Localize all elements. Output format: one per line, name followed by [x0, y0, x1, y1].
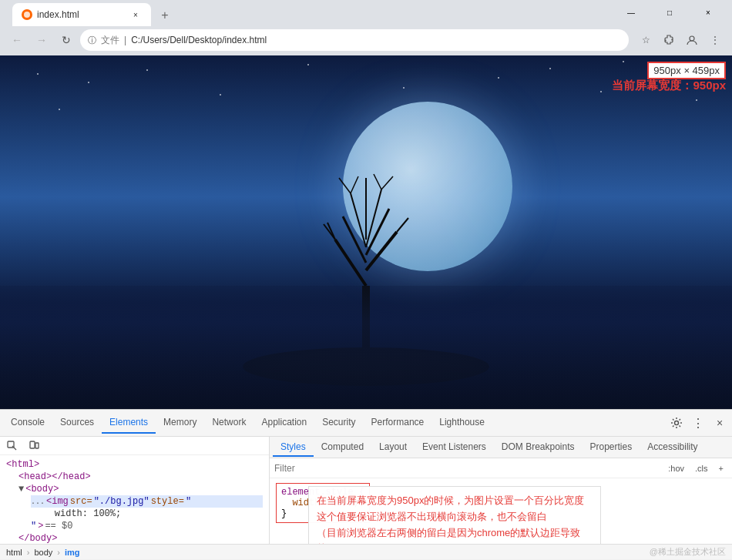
- maximize-button[interactable]: □: [652, 1, 687, 24]
- svg-point-0: [24, 12, 30, 18]
- dom-line-img[interactable]: ... <img src="./bg.jpg" style=": [31, 495, 263, 508]
- dom-line-head[interactable]: <head></head>: [18, 471, 263, 483]
- menu-button[interactable]: ⋮: [704, 29, 726, 51]
- tab-console[interactable]: Console: [3, 412, 52, 434]
- svg-line-7: [351, 193, 366, 247]
- address-bar: ← → ↻ ⓘ 文件 | C:/Users/Dell/Desktop/index…: [0, 25, 732, 55]
- subtab-properties[interactable]: Properties: [583, 438, 640, 457]
- add-style-button[interactable]: +: [715, 462, 727, 474]
- svg-line-16: [397, 218, 408, 232]
- subtab-layout[interactable]: Layout: [371, 438, 415, 457]
- breadcrumb-sep1: ›: [27, 548, 30, 557]
- back-button[interactable]: ←: [6, 29, 28, 51]
- lock-icon: ⓘ: [88, 35, 96, 46]
- subtab-styles[interactable]: Styles: [273, 438, 314, 457]
- breadcrumb-body[interactable]: body: [34, 548, 52, 557]
- svg-rect-20: [35, 443, 39, 448]
- styles-content: element.style { width: 100%; } 在当前屏幕宽度为9…: [270, 478, 732, 544]
- dom-panel: <html> <head></head> ▼ <body> ... <img s…: [0, 437, 270, 544]
- svg-line-13: [381, 176, 393, 189]
- url-bar[interactable]: ⓘ 文件 | C:/Users/Dell/Desktop/index.html: [80, 29, 629, 51]
- svg-point-17: [675, 421, 679, 425]
- close-button[interactable]: ×: [690, 1, 726, 24]
- dom-breadcrumb: html › body › img @稀土掘金技术社区: [0, 544, 732, 559]
- tab-title: index.html: [37, 9, 79, 20]
- subtab-computed[interactable]: Computed: [314, 438, 371, 457]
- forward-button[interactable]: →: [31, 29, 52, 51]
- device-mode-button[interactable]: [25, 437, 43, 455]
- size-annotation: 950px × 459px: [647, 62, 726, 79]
- tab-elements[interactable]: Elements: [102, 412, 156, 434]
- devtools-settings-button[interactable]: [667, 414, 686, 432]
- tab-memory[interactable]: Memory: [156, 412, 204, 434]
- svg-line-11: [351, 176, 358, 193]
- breadcrumb-img[interactable]: img: [65, 548, 80, 557]
- dom-toolbar: [0, 437, 269, 455]
- new-tab-button[interactable]: +: [154, 5, 176, 26]
- dom-line-html[interactable]: <html>: [6, 458, 263, 471]
- tab-application[interactable]: Application: [254, 412, 314, 434]
- title-bar: index.html × + — □ ×: [0, 0, 732, 25]
- active-tab[interactable]: index.html ×: [12, 3, 151, 26]
- tab-close-button[interactable]: ×: [129, 8, 142, 21]
- window-controls: — □ ×: [613, 1, 726, 24]
- hov-button[interactable]: :hov: [664, 462, 688, 474]
- refresh-button[interactable]: ↻: [55, 29, 77, 51]
- filter-buttons: :hov .cls +: [664, 462, 727, 474]
- url-separator: |: [124, 35, 126, 45]
- dom-line-body-close[interactable]: </body>: [18, 532, 263, 544]
- viewport: 950px × 459px 当前屏幕宽度：950px: [0, 55, 732, 409]
- css-close: }: [281, 508, 287, 519]
- devtools-body: <html> <head></head> ▼ <body> ... <img s…: [0, 437, 732, 544]
- profile-button[interactable]: [681, 29, 703, 51]
- dom-tree: <html> <head></head> ▼ <body> ... <img s…: [0, 455, 269, 544]
- filter-bar: :hov .cls +: [270, 458, 732, 478]
- subtab-accessibility[interactable]: Accessibility: [640, 438, 705, 457]
- bookmark-button[interactable]: ☆: [635, 29, 656, 51]
- tab-bar: index.html × +: [6, 0, 613, 26]
- devtools-more-button[interactable]: ⋮: [689, 414, 707, 432]
- breadcrumb-html[interactable]: html: [6, 548, 22, 557]
- tab-security[interactable]: Security: [314, 412, 363, 434]
- styles-subtabs: Styles Computed Layout Event Listeners D…: [270, 437, 732, 458]
- svg-line-12: [374, 174, 381, 189]
- tab-performance[interactable]: Performance: [364, 412, 432, 434]
- annotation-overlay: 在当前屏幕宽度为950px的时候，为图片设置一个百分比宽度 这个值要保证浏览器不…: [308, 486, 601, 544]
- devtools-close-button[interactable]: ×: [710, 414, 729, 432]
- dom-line-body[interactable]: ▼ <body>: [18, 483, 263, 495]
- svg-rect-19: [30, 441, 35, 448]
- width-annotation: 当前屏幕宽度：950px: [612, 79, 726, 93]
- toolbar-icons: ☆ ⋮: [635, 29, 726, 51]
- svg-line-3: [335, 240, 366, 286]
- filter-input[interactable]: [274, 463, 661, 474]
- subtab-event-listeners[interactable]: Event Listeners: [415, 438, 494, 457]
- page-preview: 950px × 459px 当前屏幕宽度：950px: [0, 55, 732, 409]
- watermark: @稀土掘金技术社区: [650, 546, 726, 558]
- tab-network[interactable]: Network: [204, 412, 254, 434]
- tab-lighthouse[interactable]: Lighthouse: [431, 412, 492, 434]
- devtools-panel: Console Sources Elements Memory Network …: [0, 409, 732, 559]
- tab-favicon: [22, 9, 32, 20]
- water-reflection: [0, 286, 732, 409]
- url-protocol: 文件: [101, 34, 119, 47]
- svg-point-1: [690, 36, 694, 41]
- extensions-button[interactable]: [658, 29, 680, 51]
- tab-sources[interactable]: Sources: [52, 412, 102, 434]
- svg-line-10: [339, 178, 351, 193]
- url-path: C:/Users/Dell/Desktop/index.html: [131, 35, 267, 45]
- annotation-text: 在当前屏幕宽度为950px的时候，为图片设置一个百分比宽度 这个值要保证浏览器不…: [317, 493, 593, 544]
- dom-line-img-style: width: 100%;: [31, 508, 263, 520]
- styles-panel: Styles Computed Layout Event Listeners D…: [270, 437, 732, 544]
- dom-line-img-close: "> == $0: [31, 520, 263, 532]
- devtools-toolbar: ⋮ ×: [667, 414, 729, 432]
- cls-button[interactable]: .cls: [691, 462, 712, 474]
- subtab-dom-breakpoints[interactable]: DOM Breakpoints: [494, 438, 583, 457]
- svg-line-4: [366, 232, 397, 270]
- inspect-element-button[interactable]: [3, 437, 22, 455]
- minimize-button[interactable]: —: [613, 1, 649, 24]
- breadcrumb-sep2: ›: [57, 548, 60, 557]
- devtools-tabs: Console Sources Elements Memory Network …: [0, 410, 732, 437]
